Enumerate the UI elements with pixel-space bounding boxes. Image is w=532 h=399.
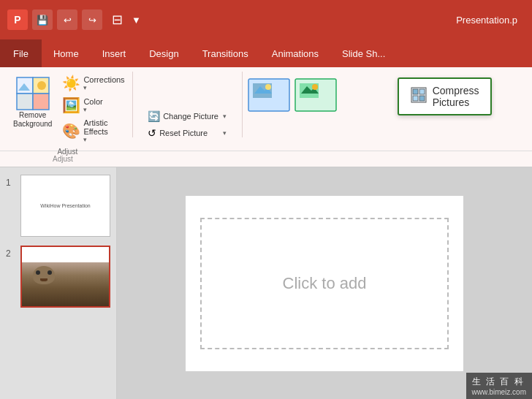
thumbnails-panel: 1 WikiHow Presentation 2 [0, 167, 117, 399]
click-to-add-text: Click to add [283, 274, 367, 293]
remove-background-button[interactable]: RemoveBackground [7, 72, 58, 133]
menu-slideshow[interactable]: Slide Sh... [330, 39, 397, 67]
corrections-label: Corrections [83, 75, 124, 84]
compress-pictures-popup[interactable]: Compress Pictures [398, 77, 493, 115]
svg-point-18 [312, 84, 318, 90]
change-picture-arrow: ▾ [223, 113, 227, 120]
corrections-icon: ☀️ [62, 75, 80, 92]
customize-button[interactable]: ⊟ [107, 10, 127, 30]
svg-point-14 [265, 84, 271, 90]
picture-actions: 🔄 Change Picture ▾ ↺ Reset Picture ▾ [143, 108, 231, 141]
thumb-item-1[interactable]: 1 WikiHow Presentation [6, 175, 110, 237]
remove-background-label: RemoveBackground [13, 111, 52, 129]
color-icon: 🖼️ [62, 96, 80, 114]
thumb-num-1: 1 [6, 178, 16, 188]
change-picture-icon: 🔄 [148, 110, 160, 122]
svg-rect-7 [413, 89, 418, 94]
adjust-group: RemoveBackground ☀️ Corrections ▾ 🖼️ [3, 72, 133, 137]
picture-style-1[interactable] [247, 77, 291, 115]
menu-transitions[interactable]: Transitions [191, 39, 260, 67]
artistic-effects-label: ArtisticEffects [83, 118, 107, 136]
menu-insert[interactable]: Insert [91, 39, 138, 67]
undo-button[interactable]: ↩ [57, 10, 77, 30]
compress-pictures-icon [411, 87, 427, 106]
window-title: Presentation.p [456, 15, 525, 26]
thumb-num-2: 2 [6, 248, 16, 259]
thumb-slide-2[interactable] [20, 246, 110, 308]
watermark: 生 活 百 科 www.bimeiz.com [466, 373, 532, 399]
thumb-slide-1[interactable]: WikiHow Presentation [20, 175, 110, 237]
reset-picture-icon: ↺ [148, 127, 156, 139]
artistic-effects-button[interactable]: 🎨 ArtisticEffects ▾ [59, 117, 127, 145]
thumb-slide-1-text: WikiHow Presentation [37, 200, 93, 211]
picture-group: Compress Pictures 🔄 Change Picture ▾ ↺ R… [133, 72, 243, 137]
slide-placeholder[interactable]: Click to add [200, 218, 449, 349]
save-button[interactable]: 💾 [32, 10, 53, 30]
app-icon: P [7, 10, 28, 30]
reset-picture-button[interactable]: ↺ Reset Picture ▾ [143, 125, 231, 141]
picture-styles-group [243, 72, 342, 137]
redo-button[interactable]: ↪ [82, 10, 102, 30]
picture-style-2[interactable] [294, 77, 338, 115]
slide-canvas: Click to add [186, 196, 463, 371]
svg-rect-2 [17, 94, 33, 110]
watermark-line2: www.bimeiz.com [472, 388, 526, 396]
change-picture-label: Change Picture [163, 112, 220, 121]
menu-design[interactable]: Design [137, 39, 190, 67]
corrections-button[interactable]: ☀️ Corrections ▾ [59, 73, 127, 94]
ribbon-label-bar: Adjust [0, 151, 532, 167]
remove-background-icon [15, 76, 50, 111]
svg-rect-10 [419, 96, 425, 101]
menu-file[interactable]: File [0, 39, 42, 67]
watermark-line1: 生 活 百 科 [472, 376, 526, 388]
change-picture-button[interactable]: 🔄 Change Picture ▾ [143, 108, 231, 124]
menu-animations[interactable]: Animations [260, 39, 330, 67]
adjust-group-label: Adjust [57, 145, 77, 156]
slide-area: 1 WikiHow Presentation 2 [0, 167, 532, 399]
ribbon: RemoveBackground ☀️ Corrections ▾ 🖼️ [0, 67, 532, 151]
artistic-effects-icon: 🎨 [62, 122, 80, 140]
title-bar: P 💾 ↩ ↪ ⊟ ▼ Presentation.p [0, 0, 532, 39]
adjust-bottom-label: Adjust [3, 155, 73, 163]
title-bar-icons: P 💾 ↩ ↪ ⊟ ▼ [7, 10, 456, 30]
main-slide: Click to add 生 活 百 科 www.bimeiz.com [117, 167, 532, 399]
thumb-item-2[interactable]: 2 [6, 246, 110, 308]
svg-rect-9 [413, 96, 418, 101]
more-button[interactable]: ▼ [132, 15, 141, 26]
compress-pictures-label: Compress Pictures [433, 85, 479, 108]
svg-point-5 [37, 81, 46, 90]
menu-bar: File Home Insert Design Transitions Anim… [0, 39, 532, 67]
color-button[interactable]: 🖼️ Color ▾ [59, 95, 127, 115]
svg-rect-8 [419, 89, 425, 94]
menu-home[interactable]: Home [42, 39, 91, 67]
color-label: Color [83, 97, 102, 106]
reset-picture-arrow: ▾ [223, 129, 227, 137]
reset-picture-label: Reset Picture [159, 129, 220, 137]
svg-rect-3 [33, 94, 49, 110]
